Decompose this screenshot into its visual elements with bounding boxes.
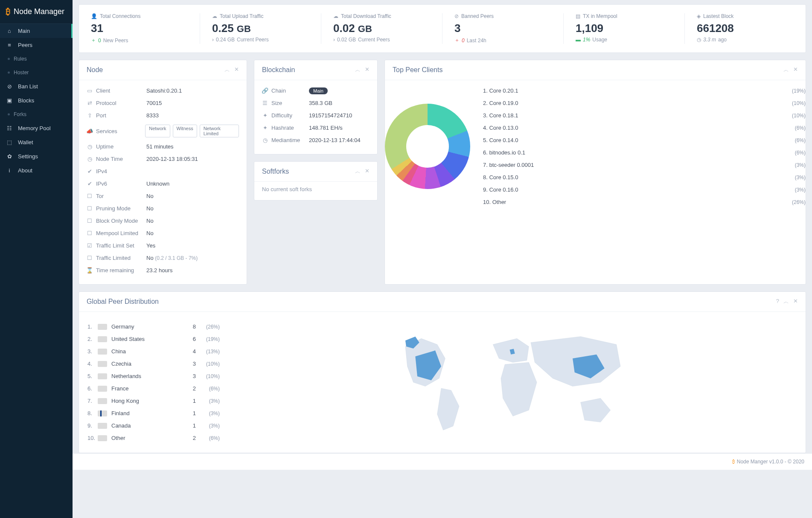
nav-mempool[interactable]: ☷Memory Pool xyxy=(0,121,73,135)
peer-row: 9. Core 0.16.0(3%) xyxy=(483,183,806,196)
cube-icon: ◈ xyxy=(697,13,701,19)
badge-network-limited: Network Limited xyxy=(200,125,239,137)
nav-peers[interactable]: ≡Peers xyxy=(0,38,73,52)
collapse-icon[interactable]: ︿ xyxy=(355,66,361,74)
close-icon[interactable]: ✕ xyxy=(365,66,370,74)
nav-rules[interactable]: Rules xyxy=(0,52,73,66)
close-icon[interactable]: ✕ xyxy=(365,168,370,175)
nav-wallet[interactable]: ⬚Wallet xyxy=(0,135,73,149)
close-icon[interactable]: ✕ xyxy=(793,66,798,74)
geo-row: 5.Netherlands3(10%) xyxy=(87,370,220,382)
wifi-icon: ⇧ xyxy=(87,112,93,119)
card-blockchain: Blockchain ︿✕ 🔗ChainMain ☰Size358.3 GB ✦… xyxy=(254,60,378,154)
plus-icon: ＋ xyxy=(454,37,460,44)
nav-main[interactable]: ⌂Main xyxy=(0,24,73,38)
geo-list: 1.Germany8(26%)2.United States6(19%)3.Ch… xyxy=(87,320,220,444)
collapse-icon[interactable]: ︿ xyxy=(783,298,789,306)
card-softforks: Softforks ︿✕ No current soft forks xyxy=(254,161,378,201)
peer-list: 1. Core 0.20.1(19%)2. Core 0.19.0(10%)3.… xyxy=(483,84,806,208)
close-icon[interactable]: ✕ xyxy=(793,298,798,306)
id-icon: ▭ xyxy=(87,87,93,94)
server-icon: ▤ xyxy=(576,13,580,19)
flag-icon xyxy=(98,336,107,342)
check-icon: ✔ xyxy=(87,180,93,187)
home-icon: ⌂ xyxy=(6,28,13,34)
square-icon: ☐ xyxy=(87,255,93,261)
collapse-icon[interactable]: ︿ xyxy=(224,66,230,74)
geo-row: 8.Finland1(3%) xyxy=(87,407,220,419)
card-node: Node ︿✕ ▭ClientSatoshi:0.20.1 ⇄Protocol7… xyxy=(79,60,247,285)
battery-icon: ▬ xyxy=(576,37,581,43)
sidebar: ₿ Node Manager ⌂Main ≡Peers Rules Hoster… xyxy=(0,0,73,518)
flag-icon xyxy=(98,324,107,330)
nav-blocks[interactable]: ▣Blocks xyxy=(0,93,73,108)
brand: ₿ Node Manager xyxy=(0,0,73,23)
square-icon: ☐ xyxy=(87,205,93,212)
clock-icon: ◷ xyxy=(262,137,268,143)
stat-block: ◈Lastest Block 661208 ◷3.3 mago xyxy=(684,13,806,44)
chevron-right-icon: › xyxy=(212,37,214,43)
list-icon: ≡ xyxy=(6,42,13,48)
nav-about[interactable]: iAbout xyxy=(0,163,73,178)
bitcoin-icon: ₿ xyxy=(732,459,735,465)
nav-hoster[interactable]: Hoster xyxy=(0,66,73,79)
wrench-icon: ✦ xyxy=(262,112,268,119)
info-icon: i xyxy=(6,167,13,174)
softforks-empty: No current soft forks xyxy=(262,186,312,192)
collapse-icon[interactable]: ︿ xyxy=(783,66,789,74)
peer-row: 5. Core 0.14.0(6%) xyxy=(483,134,806,146)
nav: ⌂Main ≡Peers Rules Hoster ⊘Ban List ▣Blo… xyxy=(0,23,73,178)
world-map xyxy=(228,320,797,444)
chevron-right-icon: › xyxy=(333,37,335,43)
bolt-icon: ✦ xyxy=(262,125,268,131)
square-icon: ☐ xyxy=(87,193,93,199)
clock-icon: ◷ xyxy=(87,143,93,150)
box-icon: ▣ xyxy=(6,97,13,104)
geo-row: 10.Other2(6%) xyxy=(87,432,220,444)
nav-settings[interactable]: ✿Settings xyxy=(0,149,73,163)
geo-row: 4.Czechia3(10%) xyxy=(87,358,220,370)
check-square-icon: ☑ xyxy=(87,242,93,249)
footer: ₿ Node Manger v1.0.0 - © 2020 xyxy=(73,453,812,470)
square-icon: ☐ xyxy=(87,230,93,236)
peer-row: 3. Core 0.18.1(10%) xyxy=(483,109,806,122)
card-geo: Global Peer Distribution ?︿✕ 1.Germany8(… xyxy=(79,291,806,453)
card-top-peers: Top Peer Clients ︿✕ 1. Core 0.20.1(19%)2… xyxy=(384,60,806,285)
geo-row: 6.France2(6%) xyxy=(87,382,220,395)
peer-row: 7. btc-seeder 0.0001(3%) xyxy=(483,159,806,171)
content: 👤Total Connections 31 ＋0New Peers ☁Total… xyxy=(73,0,812,518)
ban-icon: ⊘ xyxy=(454,13,459,19)
square-icon: ☐ xyxy=(87,218,93,224)
close-icon[interactable]: ✕ xyxy=(234,66,239,74)
nav-banlist[interactable]: ⊘Ban List xyxy=(0,79,73,93)
flag-icon xyxy=(98,423,107,429)
flag-icon xyxy=(98,410,107,416)
link-icon: 🔗 xyxy=(262,87,268,94)
help-icon[interactable]: ? xyxy=(776,298,779,306)
peer-row: 10. Other(26%) xyxy=(483,196,806,208)
collapse-icon[interactable]: ︿ xyxy=(355,168,361,175)
geo-row: 1.Germany8(26%) xyxy=(87,320,220,333)
stats-row: 👤Total Connections 31 ＋0New Peers ☁Total… xyxy=(79,4,806,53)
stat-banned: ⊘Banned Peers 3 ＋0Last 24h xyxy=(442,13,563,44)
geo-row: 3.China4(13%) xyxy=(87,345,220,358)
bitcoin-icon: ₿ xyxy=(6,7,10,17)
chain-pill: Main xyxy=(309,87,328,94)
peer-row: 8. Core 0.15.0(3%) xyxy=(483,171,806,183)
flag-icon xyxy=(98,373,107,379)
stat-connections: 👤Total Connections 31 ＋0New Peers xyxy=(79,13,200,44)
database-icon: ☷ xyxy=(6,125,13,131)
stat-upload: ☁Total Upload Traffic 0.25 GB ›0.24 GBCu… xyxy=(200,13,321,44)
nav-forks[interactable]: Forks xyxy=(0,108,73,121)
flag-icon xyxy=(98,398,107,404)
stat-download: ☁Total Download Traffic 0.02 GB ›0.02 GB… xyxy=(321,13,442,44)
hourglass-icon: ⌛ xyxy=(87,267,93,274)
clock-icon: ◷ xyxy=(87,156,93,162)
user-icon: 👤 xyxy=(91,13,97,19)
stat-mempool: ▤TX in Mempool 1,109 ▬1%Usage xyxy=(563,13,684,44)
flag-icon xyxy=(98,435,107,441)
exchange-icon: ⇄ xyxy=(87,100,93,106)
badge-network: Network xyxy=(145,125,170,137)
card-title: Node xyxy=(87,66,103,74)
gear-icon: ✿ xyxy=(6,153,13,160)
